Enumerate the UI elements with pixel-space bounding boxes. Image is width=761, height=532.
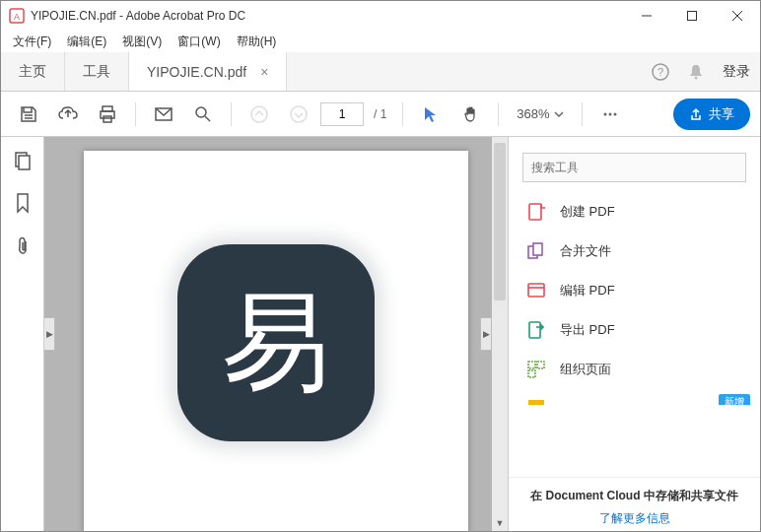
minimize-button[interactable] <box>624 1 669 31</box>
hand-tool-button[interactable] <box>452 97 488 132</box>
bookmark-icon[interactable] <box>14 192 32 214</box>
menu-help[interactable]: 帮助(H) <box>229 32 285 52</box>
tool-create-pdf[interactable]: 创建 PDF <box>509 192 760 232</box>
cloud-learn-more-link[interactable]: 了解更多信息 <box>522 510 746 527</box>
tab-document[interactable]: YIPOJIE.CN.pdf × <box>129 52 287 91</box>
svg-rect-10 <box>101 111 114 118</box>
export-pdf-icon <box>526 320 546 340</box>
page: 易 <box>84 151 468 531</box>
tool-combine-files[interactable]: 合并文件 <box>509 232 760 271</box>
tool-label: 组织页面 <box>560 361 611 378</box>
page-up-button[interactable] <box>242 97 277 132</box>
tool-icon <box>526 392 546 405</box>
tool-label: 编辑 PDF <box>560 282 615 299</box>
cloud-promo: 在 Document Cloud 中存储和共享文件 了解更多信息 <box>509 477 760 531</box>
menu-file[interactable]: 文件(F) <box>5 32 59 52</box>
share-button[interactable]: 共享 <box>673 99 750 130</box>
svg-point-15 <box>251 106 267 122</box>
svg-point-13 <box>196 107 206 117</box>
svg-rect-22 <box>529 204 541 220</box>
scroll-down-icon[interactable]: ▼ <box>492 515 508 531</box>
menu-edit[interactable]: 编辑(E) <box>59 32 114 52</box>
edit-pdf-icon <box>526 281 546 300</box>
svg-rect-29 <box>537 362 544 368</box>
tab-bar: 主页 工具 YIPOJIE.CN.pdf × ? 登录 <box>1 52 760 92</box>
new-badge: 新增 <box>719 394 750 405</box>
tab-home[interactable]: 主页 <box>1 52 65 91</box>
combine-icon <box>526 241 546 261</box>
menu-bar: 文件(F) 编辑(E) 视图(V) 窗口(W) 帮助(H) <box>1 31 760 52</box>
svg-point-16 <box>291 106 307 122</box>
mail-button[interactable] <box>146 97 181 132</box>
attachment-icon[interactable] <box>14 235 32 257</box>
tool-organize-pages[interactable]: 组织页面 <box>509 350 760 389</box>
zoom-dropdown[interactable]: 368% <box>509 106 571 121</box>
svg-point-8 <box>695 76 698 79</box>
search-button[interactable] <box>185 97 221 132</box>
menu-window[interactable]: 窗口(W) <box>170 32 228 52</box>
print-button[interactable] <box>90 97 125 132</box>
tool-label: 合并文件 <box>560 242 611 260</box>
tool-list: 创建 PDF 合并文件 编辑 PDF 导出 PDF 组织页面 新增 <box>509 192 760 477</box>
svg-rect-11 <box>104 116 111 122</box>
tool-edit-pdf[interactable]: 编辑 PDF <box>509 271 760 310</box>
share-icon <box>689 107 703 121</box>
svg-rect-25 <box>528 284 544 297</box>
tab-label: 主页 <box>19 63 46 81</box>
left-collapse-handle[interactable]: ▶ <box>44 317 55 351</box>
save-button[interactable] <box>11 97 46 132</box>
close-button[interactable] <box>715 1 760 31</box>
svg-rect-3 <box>688 12 697 21</box>
tool-export-pdf[interactable]: 导出 PDF <box>509 310 760 350</box>
tools-panel: 创建 PDF 合并文件 编辑 PDF 导出 PDF 组织页面 新增 <box>508 137 760 531</box>
svg-text:A: A <box>14 12 20 22</box>
organize-icon <box>526 360 546 379</box>
help-icon[interactable]: ? <box>652 63 669 81</box>
svg-rect-30 <box>528 370 535 377</box>
maximize-button[interactable] <box>669 1 715 31</box>
scrollbar-thumb[interactable] <box>494 143 506 300</box>
svg-line-14 <box>205 116 210 121</box>
svg-point-18 <box>608 112 611 115</box>
login-link[interactable]: 登录 <box>723 63 750 81</box>
create-pdf-icon <box>526 202 546 222</box>
more-button[interactable] <box>592 97 628 132</box>
title-bar: A YIPOJIE.CN.pdf - Adobe Acrobat Pro DC <box>1 1 760 31</box>
chevron-down-icon <box>554 109 564 119</box>
svg-rect-31 <box>528 400 544 405</box>
tool-label: 导出 PDF <box>560 321 615 339</box>
tool-item-partial[interactable]: 新增 <box>509 389 760 405</box>
app-icon: A <box>9 8 25 24</box>
menu-view[interactable]: 视图(V) <box>114 32 170 52</box>
window-title: YIPOJIE.CN.pdf - Adobe Acrobat Pro DC <box>31 9 245 23</box>
tab-label: 工具 <box>83 63 110 81</box>
left-rail <box>1 137 44 531</box>
svg-point-19 <box>613 112 616 115</box>
page-count: / 1 <box>374 107 386 121</box>
right-collapse-handle[interactable]: ▶ <box>480 317 492 351</box>
page-down-button[interactable] <box>281 97 316 132</box>
svg-rect-21 <box>19 156 30 169</box>
toolbar: / 1 368% 共享 <box>1 92 760 137</box>
svg-rect-28 <box>528 362 535 368</box>
search-tools-input[interactable] <box>522 153 746 182</box>
svg-point-17 <box>603 112 606 115</box>
document-viewer[interactable]: ▶ 易 ▲ ▼ ▶ <box>44 137 508 531</box>
thumbnails-icon[interactable] <box>13 151 33 170</box>
select-tool-button[interactable] <box>413 97 449 132</box>
cloud-text: 在 Document Cloud 中存储和共享文件 <box>522 488 746 504</box>
document-content-icon: 易 <box>177 244 375 441</box>
cloud-button[interactable] <box>50 97 86 132</box>
zoom-value: 368% <box>517 106 549 121</box>
page-number-input[interactable] <box>320 102 364 126</box>
tool-label: 创建 PDF <box>560 203 615 221</box>
share-label: 共享 <box>709 105 734 123</box>
vertical-scrollbar[interactable]: ▲ ▼ <box>492 137 508 531</box>
svg-rect-27 <box>529 322 540 338</box>
svg-text:?: ? <box>657 66 663 78</box>
tab-tools[interactable]: 工具 <box>65 52 129 91</box>
svg-rect-24 <box>533 243 542 255</box>
bell-icon[interactable] <box>687 63 705 81</box>
tab-label: YIPOJIE.CN.pdf <box>147 64 246 80</box>
close-tab-icon[interactable]: × <box>260 64 268 80</box>
